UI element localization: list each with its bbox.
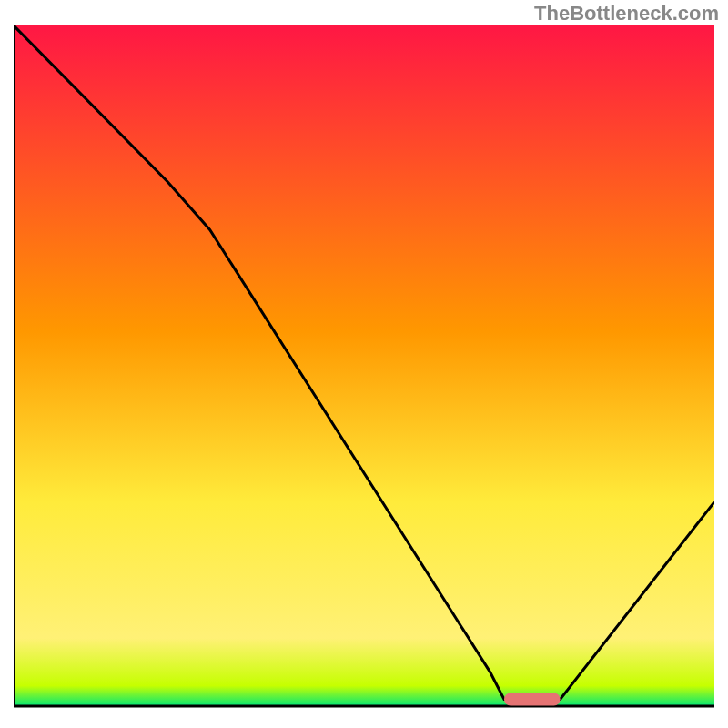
watermark-text: TheBottleneck.com: [534, 2, 719, 25]
optimal-marker: [504, 693, 561, 706]
bottleneck-chart: [14, 25, 714, 717]
gradient-background: [14, 25, 714, 706]
chart-svg: [14, 25, 714, 717]
